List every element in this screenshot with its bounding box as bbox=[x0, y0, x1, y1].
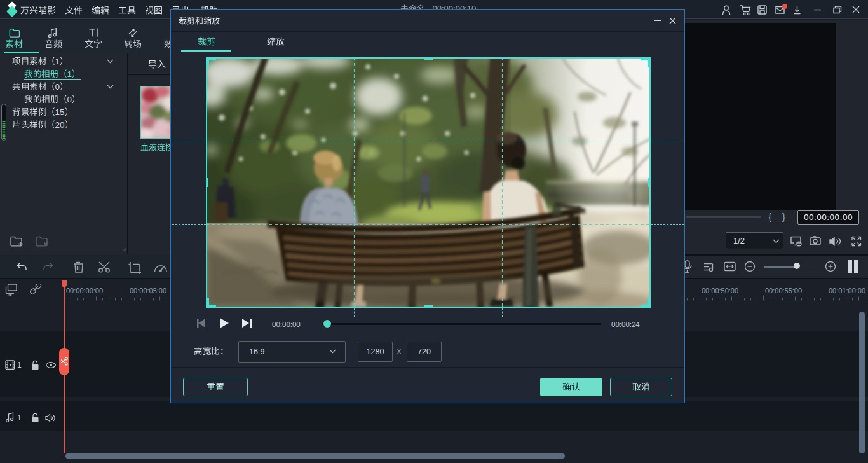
svg-text:00:00:50:00: 00:00:50:00 bbox=[702, 287, 738, 294]
svg-text:00:00:00:00: 00:00:00:00 bbox=[66, 287, 103, 294]
svg-text:00:01:00:00: 00:01:00:00 bbox=[829, 287, 865, 294]
svg-text:00:00:05:00: 00:00:05:00 bbox=[130, 287, 166, 294]
svg-text:00:00:55:00: 00:00:55:00 bbox=[765, 287, 802, 294]
